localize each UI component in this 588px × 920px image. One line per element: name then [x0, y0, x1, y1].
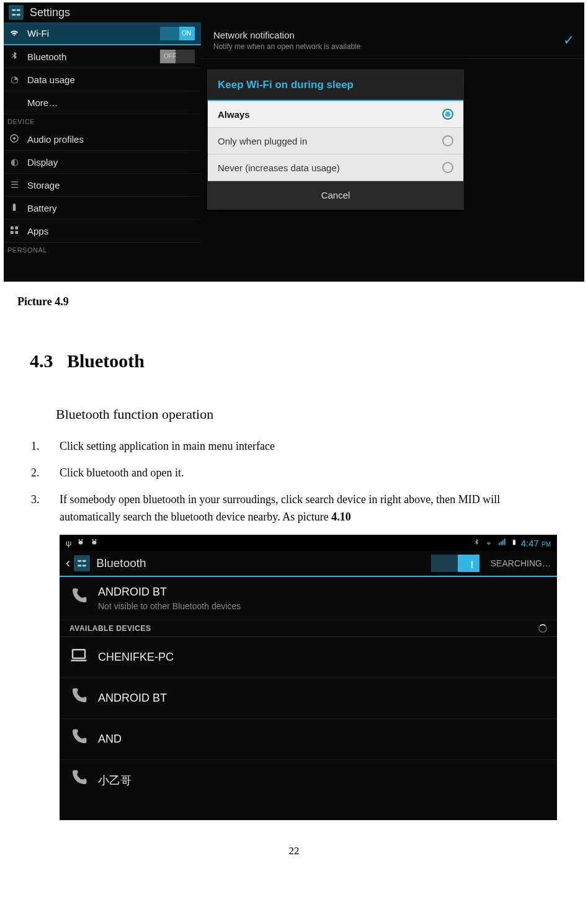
svg-rect-21 [504, 538, 506, 545]
sidebar-label-display: Display [27, 157, 195, 167]
sidebar-heading-personal: PERSONAL [4, 243, 201, 256]
dialog-option-plugged[interactable]: Only when plugged in [208, 128, 463, 154]
settings-title: Settings [30, 6, 70, 19]
dialog-option-always[interactable]: Always [208, 101, 463, 128]
svg-rect-9 [15, 226, 18, 230]
phone-icon [69, 687, 98, 710]
my-device-row[interactable]: ANDROID BT Not visible to other Bluetoot… [60, 577, 557, 620]
dialog-option-label: Always [218, 109, 250, 120]
phone-icon [69, 587, 98, 610]
sidebar-item-wifi[interactable]: Wi-Fi ON [4, 22, 201, 45]
step-number: 1. [31, 437, 60, 455]
step-text: Click bluetooth and open it. [60, 464, 588, 482]
bluetooth-toggle[interactable]: | [431, 555, 479, 572]
sidebar-label-bluetooth: Bluetooth [27, 51, 154, 62]
status-time: 4:47 PM [521, 538, 551, 548]
device-row[interactable]: AND [60, 719, 557, 760]
sidebar-label-more: More… [27, 97, 195, 108]
data-usage-icon: ◔ [7, 74, 21, 85]
svg-rect-18 [499, 543, 500, 545]
audio-icon [7, 133, 21, 145]
steps-list: 1. Click setting application in main men… [31, 437, 588, 526]
settings-sidebar: Wi-Fi ON Bluetooth OFF ◔ Data usage More [4, 22, 201, 282]
settings-app-icon[interactable] [74, 555, 90, 571]
settings-app-icon [9, 5, 24, 20]
bluetooth-toggle[interactable]: OFF [160, 50, 195, 63]
svg-rect-10 [11, 231, 14, 234]
signal-icon [497, 538, 507, 548]
usb-icon: ψ [66, 538, 71, 548]
section-title: Bluetooth [67, 351, 145, 371]
svg-rect-7 [14, 203, 15, 205]
phone-icon [69, 728, 98, 751]
apps-icon [7, 225, 21, 237]
svg-rect-8 [11, 226, 14, 230]
dialog-option-never[interactable]: Never (increases data usage) [208, 154, 463, 181]
step-2: 2. Click bluetooth and open it. [31, 464, 588, 482]
available-devices-heading: AVAILABLE DEVICES [60, 620, 557, 637]
wifi-status-icon [484, 538, 494, 548]
bluetooth-icon [7, 51, 21, 63]
step-3: 3. If somebody open bluetooth in your su… [31, 491, 588, 527]
section-heading: 4.3 Bluetooth [30, 351, 588, 372]
phone-icon [69, 769, 98, 792]
subheading: Bluetooth function operation [56, 406, 588, 422]
dialog-cancel-button[interactable]: Cancel [208, 181, 463, 209]
network-notification-title: Network notification [213, 30, 555, 40]
wifi-icon [7, 27, 21, 40]
sidebar-label-storage: Storage [27, 180, 195, 190]
svg-rect-3 [17, 14, 20, 16]
dialog-option-label: Never (increases data usage) [218, 163, 340, 173]
debug-icon [76, 538, 85, 548]
sidebar-heading-device: DEVICE [4, 114, 201, 128]
svg-rect-22 [513, 540, 515, 545]
battery-status-icon [511, 538, 517, 548]
sidebar-label-audio: Audio profiles [27, 134, 195, 145]
status-bar: ψ 4: [60, 535, 557, 551]
wifi-toggle[interactable]: ON [160, 27, 195, 40]
svg-rect-2 [12, 14, 16, 16]
sidebar-item-audio[interactable]: Audio profiles [4, 128, 201, 151]
picture-4-9-caption: Picture 4.9 [17, 295, 588, 308]
network-notification-row[interactable]: Network notification Notify me when an o… [201, 22, 584, 59]
device-row[interactable]: 小乙哥 [60, 760, 557, 800]
bluetooth-title: Bluetooth [96, 556, 430, 570]
my-device-subtitle: Not visible to other Bluetooth devices [98, 601, 241, 611]
sidebar-item-apps[interactable]: Apps [4, 220, 201, 243]
checkmark-icon[interactable]: ✓ [563, 32, 574, 48]
network-notification-subtitle: Notify me when an open network is availa… [213, 42, 555, 51]
sidebar-item-battery[interactable]: Battery [4, 197, 201, 220]
svg-rect-28 [73, 650, 85, 658]
svg-rect-27 [82, 565, 86, 566]
step-text: Click setting application in main menu i… [60, 437, 588, 455]
step-1: 1. Click setting application in main men… [31, 437, 588, 455]
sidebar-item-display[interactable]: ◐ Display [4, 151, 201, 174]
svg-rect-6 [13, 204, 16, 211]
device-row[interactable]: ANDROID BT [60, 678, 557, 719]
device-row[interactable]: CHENIFKE-PC [60, 637, 557, 678]
device-name: CHENIFKE-PC [98, 651, 174, 664]
laptop-icon [69, 646, 98, 669]
sidebar-item-more[interactable]: More… [4, 91, 201, 114]
sidebar-item-storage[interactable]: ☰ Storage [4, 174, 201, 197]
svg-point-5 [13, 137, 16, 140]
wifi-sleep-dialog: Keep Wi-Fi on during sleep Always Only w… [207, 69, 464, 210]
my-device-name: ANDROID BT [98, 586, 241, 599]
settings-titlebar: Settings [4, 2, 584, 22]
step-number: 3. [31, 491, 60, 527]
svg-rect-0 [12, 9, 16, 11]
back-icon[interactable]: ‹ [66, 555, 70, 571]
svg-rect-11 [15, 231, 18, 234]
svg-rect-14 [79, 540, 83, 544]
step-number: 2. [31, 464, 60, 482]
radio-unselected-icon [442, 135, 453, 146]
debug-icon [90, 538, 99, 548]
spinner-icon [538, 624, 547, 633]
svg-rect-25 [82, 560, 86, 562]
bluetooth-status-icon [473, 538, 480, 548]
sidebar-item-data-usage[interactable]: ◔ Data usage [4, 68, 201, 91]
section-number: 4.3 [30, 351, 53, 371]
svg-point-15 [92, 539, 94, 540]
storage-icon: ☰ [7, 179, 21, 190]
sidebar-item-bluetooth[interactable]: Bluetooth OFF [4, 45, 201, 68]
